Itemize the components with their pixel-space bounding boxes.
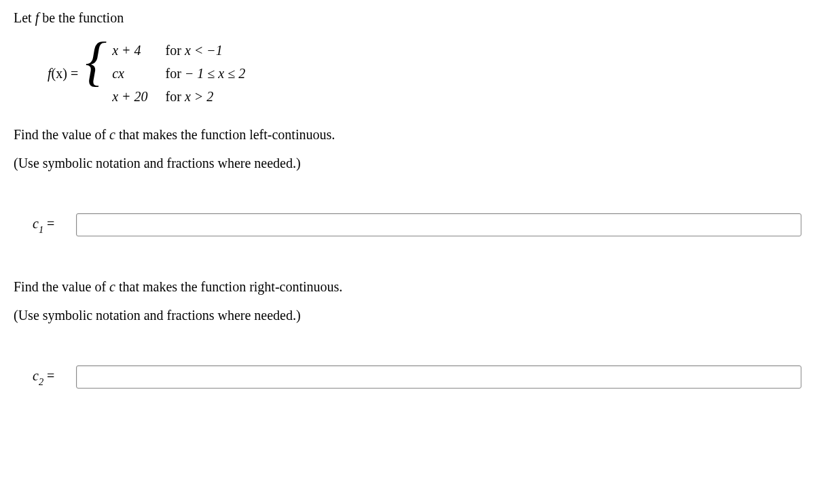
q1-label: c1 = (33, 214, 64, 235)
q1-prompt: Find the value of c that makes the funct… (14, 125, 801, 144)
intro-prefix: Let (14, 10, 35, 25)
q1-label-sub: 1 (39, 224, 43, 235)
q1-prompt-var: c (109, 127, 115, 142)
q2-prompt-prefix: Find the value of (14, 279, 109, 294)
equals-sign: = (67, 66, 78, 81)
piecewise-cases: x + 4 for x < −1 cx for − 1 ≤ x ≤ 2 x + … (112, 41, 245, 106)
c2-input[interactable] (76, 365, 801, 389)
case-2-cond: for − 1 ≤ x ≤ 2 (166, 64, 246, 83)
case-1-expr: x + 4 (112, 41, 147, 60)
q1-prompt-prefix: Find the value of (14, 127, 109, 142)
lhs: f(x) = (48, 64, 78, 83)
q1-label-eq: = (43, 216, 54, 231)
q2-label-sub: 2 (39, 376, 43, 387)
piecewise-brace-wrapper: { x + 4 for x < −1 cx for − 1 ≤ x ≤ 2 x … (85, 41, 245, 106)
q1-answer-row: c1 = (33, 213, 801, 236)
case-1-cond: for x < −1 (166, 41, 246, 60)
c1-input[interactable] (76, 213, 801, 236)
q2-label-eq: = (43, 368, 54, 383)
q2-prompt-var: c (109, 279, 115, 294)
case-3-expr: x + 20 (112, 87, 147, 106)
q1-label-var: c (33, 216, 39, 231)
q2-prompt: Find the value of c that makes the funct… (14, 277, 801, 296)
case-3-cond: for x > 2 (166, 87, 246, 106)
q2-label: c2 = (33, 366, 64, 387)
q2-answer-row: c2 = (33, 365, 801, 389)
function-definition: f(x) = { x + 4 for x < −1 cx for − 1 ≤ x… (48, 41, 801, 106)
q1-prompt-suffix: that makes the function left-continuous. (115, 127, 335, 142)
left-brace-icon: { (85, 38, 107, 103)
intro-suffix: be the function (39, 10, 124, 25)
q2-label-var: c (33, 368, 39, 383)
q2-prompt-suffix: that makes the function right-continuous… (115, 279, 342, 294)
intro-text: Let f be the function (14, 8, 801, 27)
lhs-arg: (x) (52, 66, 67, 81)
case-2-expr: cx (112, 64, 147, 83)
q2-hint: (Use symbolic notation and fractions whe… (14, 306, 801, 325)
q1-hint: (Use symbolic notation and fractions whe… (14, 154, 801, 173)
